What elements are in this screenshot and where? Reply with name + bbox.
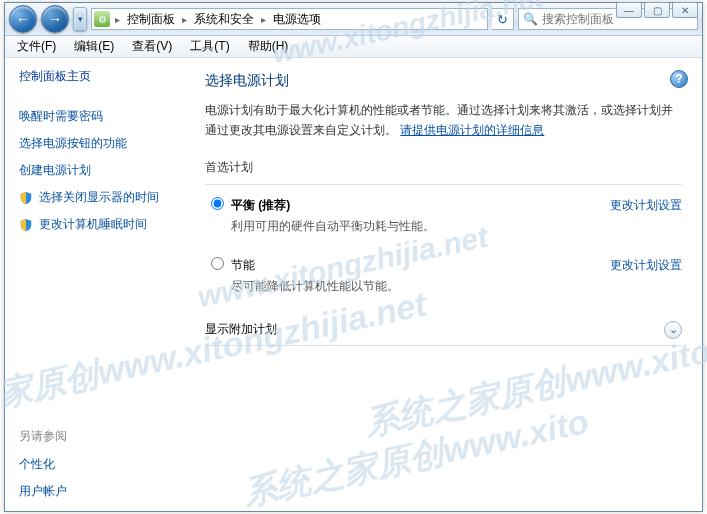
plan-description: 尽可能降低计算机性能以节能。 xyxy=(231,278,590,295)
sidebar-footer-header: 另请参阅 xyxy=(19,428,177,445)
menu-bar: 文件(F) 编辑(E) 查看(V) 工具(T) 帮助(H) xyxy=(5,36,702,58)
plan-description: 利用可用的硬件自动平衡功耗与性能。 xyxy=(231,218,590,235)
menu-help[interactable]: 帮助(H) xyxy=(240,36,297,57)
section-preferred-plans: 首选计划 xyxy=(205,159,682,176)
page-description: 电源计划有助于最大化计算机的性能或者节能。通过选择计划来将其激活，或选择计划并通… xyxy=(205,100,682,141)
plan-radio-balanced[interactable] xyxy=(211,197,224,210)
breadcrumb-power-options[interactable]: 电源选项 xyxy=(269,9,325,29)
control-panel-icon: ⚙ xyxy=(94,11,110,27)
sidebar-item-power-button[interactable]: 选择电源按钮的功能 xyxy=(19,132,177,155)
nav-bar: ← → ▾ ⚙ ▸ 控制面板 ▸ 系统和安全 ▸ 电源选项 ↻ 🔍 xyxy=(5,3,702,36)
sidebar-item-label: 选择电源按钮的功能 xyxy=(19,135,127,152)
shield-icon xyxy=(19,218,33,232)
forward-button[interactable]: → xyxy=(41,5,69,33)
refresh-button[interactable]: ↻ xyxy=(492,8,514,30)
sidebar-item-label: 个性化 xyxy=(19,456,55,473)
explorer-window: — ▢ ✕ ← → ▾ ⚙ ▸ 控制面板 ▸ 系统和安全 ▸ 电源选项 ↻ 🔍 … xyxy=(4,2,703,512)
change-plan-settings-link[interactable]: 更改计划设置 xyxy=(590,197,682,214)
sidebar-header[interactable]: 控制面板主页 xyxy=(19,68,177,85)
page-title: 选择电源计划 xyxy=(205,72,682,90)
nav-history-dropdown[interactable]: ▾ xyxy=(73,7,87,31)
minimize-button[interactable]: — xyxy=(616,2,642,18)
show-additional-plans[interactable]: 显示附加计划 ⌄ xyxy=(205,313,682,346)
change-plan-settings-link[interactable]: 更改计划设置 xyxy=(590,257,682,274)
sidebar-item-sleep-time[interactable]: 更改计算机睡眠时间 xyxy=(19,213,177,236)
body: 控制面板主页 唤醒时需要密码 选择电源按钮的功能 创建电源计划 选择关闭显示器的… xyxy=(5,58,702,511)
breadcrumb-sep-icon: ▸ xyxy=(112,14,123,25)
plan-radio-saver[interactable] xyxy=(211,257,224,270)
sidebar-item-personalization[interactable]: 个性化 xyxy=(19,453,177,476)
desc-link[interactable]: 请提供电源计划的详细信息 xyxy=(400,123,544,137)
power-plan-saver: 节能 尽可能降低计算机性能以节能。 更改计划设置 xyxy=(205,253,682,299)
breadcrumb-control-panel[interactable]: 控制面板 xyxy=(123,9,179,29)
divider xyxy=(205,184,682,185)
chevron-down-icon[interactable]: ⌄ xyxy=(664,321,682,339)
sidebar-item-label: 选择关闭显示器的时间 xyxy=(39,189,159,206)
sidebar-item-user-accounts[interactable]: 用户帐户 xyxy=(19,480,177,503)
close-button[interactable]: ✕ xyxy=(672,2,698,18)
menu-file[interactable]: 文件(F) xyxy=(9,36,64,57)
breadcrumb-sep-icon: ▸ xyxy=(258,14,269,25)
plan-name: 平衡 (推荐) xyxy=(231,197,590,214)
shield-icon xyxy=(19,191,33,205)
sidebar-item-label: 用户帐户 xyxy=(19,483,67,500)
breadcrumb-system-security[interactable]: 系统和安全 xyxy=(190,9,258,29)
expander-label: 显示附加计划 xyxy=(205,321,277,338)
plan-name: 节能 xyxy=(231,257,590,274)
menu-view[interactable]: 查看(V) xyxy=(124,36,180,57)
power-plan-balanced: 平衡 (推荐) 利用可用的硬件自动平衡功耗与性能。 更改计划设置 xyxy=(205,193,682,239)
sidebar-item-display-off[interactable]: 选择关闭显示器的时间 xyxy=(19,186,177,209)
sidebar: 控制面板主页 唤醒时需要密码 选择电源按钮的功能 创建电源计划 选择关闭显示器的… xyxy=(5,58,185,511)
search-icon: 🔍 xyxy=(523,12,538,26)
back-button[interactable]: ← xyxy=(9,5,37,33)
breadcrumb-sep-icon: ▸ xyxy=(179,14,190,25)
maximize-button[interactable]: ▢ xyxy=(644,2,670,18)
sidebar-item-create-plan[interactable]: 创建电源计划 xyxy=(19,159,177,182)
menu-edit[interactable]: 编辑(E) xyxy=(66,36,122,57)
sidebar-item-label: 创建电源计划 xyxy=(19,162,91,179)
address-bar[interactable]: ⚙ ▸ 控制面板 ▸ 系统和安全 ▸ 电源选项 xyxy=(91,8,488,30)
sidebar-item-label: 唤醒时需要密码 xyxy=(19,108,103,125)
sidebar-item-label: 更改计算机睡眠时间 xyxy=(39,216,147,233)
help-button[interactable]: ? xyxy=(670,70,688,88)
content-pane: ? 选择电源计划 电源计划有助于最大化计算机的性能或者节能。通过选择计划来将其激… xyxy=(185,58,702,511)
menu-tools[interactable]: 工具(T) xyxy=(182,36,237,57)
sidebar-item-require-password[interactable]: 唤醒时需要密码 xyxy=(19,105,177,128)
window-controls: — ▢ ✕ xyxy=(616,2,698,18)
